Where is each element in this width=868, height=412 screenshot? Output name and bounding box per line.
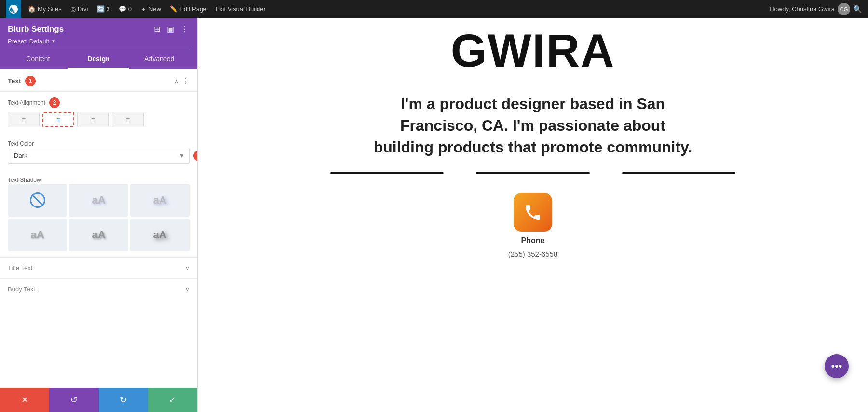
blurb-settings-panel: Blurb Settings ⊞ ▣ ⋮ Preset: Default ▼ C… [0, 18, 198, 412]
align-center-button[interactable]: ≡ [42, 112, 74, 127]
phone-label: Phone [521, 236, 545, 245]
panel-tabs: Content Design Advanced [8, 50, 190, 69]
edit-page-link[interactable]: ✏️ Edit Page [166, 0, 210, 18]
avatar: CG [838, 3, 850, 15]
comments-menu[interactable]: 💬 0 [115, 0, 136, 18]
sites-icon: 🏠 [28, 5, 36, 13]
wordpress-logo[interactable] [6, 0, 21, 18]
focus-mode-button[interactable]: ⊞ [153, 24, 161, 35]
badge-1: 1 [25, 76, 36, 86]
align-right-button[interactable]: ≡ [77, 112, 109, 127]
shadow-option-2[interactable]: aA [130, 184, 190, 217]
title-text-caret-icon: ∨ [185, 265, 190, 272]
my-sites-menu[interactable]: 🏠 My Sites [24, 0, 66, 18]
panel-body: Text 1 ∧ ⋮ Text Alignment 2 ≡ ≡ ≡ [0, 69, 197, 388]
alignment-label: Text Alignment [8, 99, 45, 106]
text-color-field: Text Color Default Dark Light ▼ 3 [0, 133, 197, 169]
phone-blurb: Phone (255) 352-6558 [508, 193, 558, 258]
fab-icon: ••• [831, 360, 842, 372]
refresh-icon: 🔄 [97, 5, 105, 13]
text-section-title: Text [8, 77, 21, 85]
search-icon[interactable]: 🔍 [853, 5, 862, 14]
dividers-row [311, 172, 755, 174]
phone-icon [514, 193, 552, 232]
shadow-option-1[interactable]: aA [69, 184, 128, 217]
text-shadow-field: Text Shadow aA aA aA [0, 169, 197, 257]
divider-3 [622, 172, 735, 174]
site-heading: GWIRA [451, 18, 615, 79]
section-menu-button[interactable]: ⋮ [182, 77, 190, 86]
align-left-button[interactable]: ≡ [8, 112, 40, 127]
preset-selector[interactable]: Preset: Default ▼ [8, 38, 190, 45]
color-label: Text Color [8, 140, 34, 147]
undo-button[interactable]: ↺ [49, 388, 98, 412]
description-text: I'm a product designer based in San Fran… [350, 79, 716, 172]
cancel-button[interactable]: ✕ [0, 388, 49, 412]
save-button[interactable]: ✓ [148, 388, 197, 412]
phone-number: (255) 352-6558 [508, 250, 558, 258]
text-alignment-field: Text Alignment 2 ≡ ≡ ≡ ≡ [0, 92, 197, 133]
panel-title: Blurb Settings [8, 25, 64, 34]
floating-action-button[interactable]: ••• [825, 354, 849, 378]
divi-icon: ◎ [70, 5, 76, 13]
alignment-buttons: ≡ ≡ ≡ ≡ [8, 112, 190, 127]
body-text-caret-icon: ∨ [185, 286, 190, 293]
text-color-select[interactable]: Default Dark Light [8, 148, 190, 164]
preset-caret-icon: ▼ [51, 39, 56, 44]
panel-footer: ✕ ↺ ↻ ✓ [0, 388, 197, 412]
panel-header: Blurb Settings ⊞ ▣ ⋮ Preset: Default ▼ C… [0, 18, 197, 69]
divider-1 [330, 172, 444, 174]
body-text-section[interactable]: Body Text ∨ [0, 278, 197, 300]
comment-icon: 💬 [119, 5, 126, 13]
align-justify-button[interactable]: ≡ [112, 112, 144, 127]
exit-builder-link[interactable]: Exit Visual Builder [211, 0, 270, 18]
more-options-button[interactable]: ⋮ [180, 24, 190, 35]
tab-content[interactable]: Content [8, 50, 68, 69]
preview-area: GWIRA I'm a product designer based in Sa… [198, 18, 868, 412]
tab-design[interactable]: Design [68, 50, 129, 69]
admin-bar: 🏠 My Sites ◎ Divi 🔄 3 💬 0 ＋ New ✏️ Edit … [0, 0, 868, 18]
title-text-label: Title Text [8, 264, 32, 272]
badge-3: 3 [193, 151, 197, 161]
shadow-option-5[interactable]: aA [130, 219, 190, 251]
section-collapse-button[interactable]: ∧ [174, 77, 179, 85]
split-view-button[interactable]: ▣ [166, 24, 175, 35]
shadow-option-4[interactable]: aA [69, 219, 128, 251]
divi-menu[interactable]: ◎ Divi [67, 0, 92, 18]
panel-header-icons: ⊞ ▣ ⋮ [153, 24, 190, 35]
user-info: Howdy, Christina Gwira CG 🔍 [770, 3, 862, 15]
shadow-label: Text Shadow [8, 177, 41, 183]
shadow-options-grid: aA aA aA aA aA [8, 184, 190, 251]
body-text-label: Body Text [8, 286, 35, 293]
tab-advanced[interactable]: Advanced [129, 50, 190, 69]
text-section-header: Text 1 ∧ ⋮ [0, 69, 197, 92]
shadow-option-3[interactable]: aA [8, 219, 67, 251]
new-menu[interactable]: ＋ New [136, 0, 165, 18]
pencil-icon: ✏️ [170, 5, 177, 13]
shadow-none-option[interactable] [8, 184, 67, 217]
updates-menu[interactable]: 🔄 3 [93, 0, 114, 18]
redo-button[interactable]: ↻ [99, 388, 148, 412]
badge-2: 2 [49, 97, 60, 108]
plus-icon: ＋ [140, 5, 147, 14]
title-text-section[interactable]: Title Text ∨ [0, 257, 197, 278]
divider-2 [476, 172, 589, 174]
